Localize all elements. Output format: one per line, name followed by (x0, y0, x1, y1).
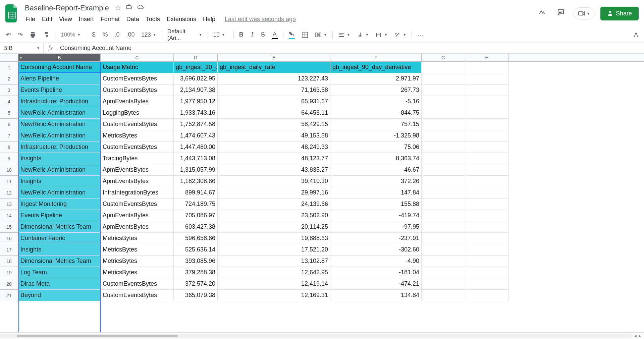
cell-13-F[interactable]: 155.88 (330, 199, 422, 210)
cell-9-D[interactable]: 1,443,713.08 (174, 153, 218, 164)
cell-18-C[interactable]: MetricsBytes (101, 256, 174, 267)
row-header-1[interactable]: 1 (0, 62, 18, 73)
row-header-17[interactable]: 17 (0, 244, 18, 256)
row-header-8[interactable]: 8 (0, 142, 18, 153)
row-header-19[interactable]: 19 (0, 267, 18, 278)
row-header-6[interactable]: 6 (0, 119, 18, 130)
increase-decimal-button[interactable]: .00→ (123, 29, 137, 40)
font-select[interactable]: Default (Ari...▼ (165, 27, 205, 43)
cell-9-E[interactable]: 48,123.77 (218, 153, 330, 164)
cell-19-H[interactable] (465, 267, 509, 278)
cell-12-F[interactable]: 147.84 (330, 187, 422, 199)
wrap-button[interactable]: ▼ (373, 30, 390, 40)
cell-1-G[interactable] (422, 62, 465, 73)
cell-3-H[interactable] (465, 84, 509, 96)
share-button[interactable]: Share (600, 7, 639, 20)
cell-18-E[interactable]: 13,102.87 (218, 256, 330, 267)
row-header-10[interactable]: 10 (0, 164, 18, 176)
cell-2-B[interactable]: Alerts Pipeline (18, 73, 101, 84)
cell-15-G[interactable] (422, 221, 465, 233)
menu-format[interactable]: Format (98, 14, 122, 24)
cell-3-E[interactable]: 71,163.58 (218, 84, 330, 96)
row-header-20[interactable]: 20 (0, 278, 18, 290)
cell-15-E[interactable]: 20,114.25 (218, 221, 330, 233)
print-button[interactable] (27, 30, 39, 40)
cell-8-C[interactable]: CustomEventsBytes (101, 142, 174, 153)
cell-3-B[interactable]: Events Pipeline (18, 84, 101, 96)
decrease-decimal-button[interactable]: .0← (112, 29, 122, 40)
cloud-status-icon[interactable] (137, 4, 144, 12)
percent-button[interactable]: % (100, 29, 110, 40)
cell-14-G[interactable] (422, 210, 465, 221)
cell-17-E[interactable]: 17,521.20 (218, 244, 330, 256)
row-headers[interactable]: 123456789101112131415161718192021 (0, 62, 18, 301)
cell-1-H[interactable] (465, 62, 509, 73)
cell-6-D[interactable]: 1,752,874.58 (174, 119, 218, 130)
cell-3-F[interactable]: 267.73 (330, 84, 422, 96)
cell-21-C[interactable]: CustomEventsBytes (101, 290, 174, 301)
cell-7-E[interactable]: 49,153.58 (218, 130, 330, 142)
cell-1-B[interactable]: Consuming Account Name (18, 62, 101, 73)
cell-19-C[interactable]: MetricsBytes (101, 267, 174, 278)
cell-14-D[interactable]: 705,086.97 (174, 210, 218, 221)
cell-21-D[interactable]: 365,079.38 (174, 290, 218, 301)
cell-14-B[interactable]: Events Pipeline (18, 210, 101, 221)
menu-data[interactable]: Data (124, 14, 142, 24)
cell-17-H[interactable] (465, 244, 509, 256)
h-align-button[interactable]: ▼ (335, 30, 353, 40)
row-header-21[interactable]: 21 (0, 290, 18, 301)
cell-6-H[interactable] (465, 119, 509, 130)
font-size-select[interactable]: 10▼ (211, 30, 231, 40)
column-headers[interactable]: BCDEFGH (18, 54, 644, 62)
italic-button[interactable]: I (248, 29, 257, 40)
last-edit-link[interactable]: Last edit was seconds ago (225, 16, 296, 23)
cell-7-G[interactable] (422, 130, 465, 142)
col-header-H[interactable]: H (465, 54, 509, 61)
cell-14-H[interactable] (465, 210, 509, 221)
col-header-E[interactable]: E (218, 54, 330, 61)
menu-tools[interactable]: Tools (143, 14, 163, 24)
row-header-5[interactable]: 5 (0, 107, 18, 119)
formula-input[interactable]: Consuming Account Name (57, 45, 131, 52)
cell-16-C[interactable]: MetricsBytes (101, 233, 174, 244)
cell-2-H[interactable] (465, 73, 509, 84)
cell-13-C[interactable]: CustomEventsBytes (101, 199, 174, 210)
cell-12-H[interactable] (465, 187, 509, 199)
menu-insert[interactable]: Insert (76, 14, 97, 24)
cell-21-G[interactable] (422, 290, 465, 301)
cell-13-E[interactable]: 24,139.66 (218, 199, 330, 210)
cell-11-G[interactable] (422, 176, 465, 187)
cell-8-H[interactable] (465, 142, 509, 153)
cell-7-H[interactable] (465, 130, 509, 142)
cell-20-H[interactable] (465, 278, 509, 290)
v-align-button[interactable]: ▼ (354, 30, 372, 40)
row-header-4[interactable]: 4 (0, 96, 18, 107)
star-icon[interactable]: ☆ (115, 4, 121, 12)
cell-15-D[interactable]: 603,427.38 (174, 221, 218, 233)
cell-2-C[interactable]: CustomEventsBytes (101, 73, 174, 84)
cell-20-B[interactable]: Dirac Meta (18, 278, 101, 290)
cell-5-G[interactable] (422, 107, 465, 119)
name-box[interactable]: B:B▼ (0, 43, 44, 53)
cell-12-D[interactable]: 899,914.67 (174, 187, 218, 199)
cell-20-E[interactable]: 12,419.14 (218, 278, 330, 290)
cell-12-E[interactable]: 29,997.16 (218, 187, 330, 199)
cell-1-D[interactable]: gb_ingest_30_da (174, 62, 218, 73)
col-header-C[interactable]: C (101, 54, 174, 61)
menu-file[interactable]: File (23, 14, 38, 24)
cell-12-C[interactable]: InfraIntegrationBytes (101, 187, 174, 199)
cell-8-D[interactable]: 1,447,480.00 (174, 142, 218, 153)
more-toolbar-button[interactable]: ⋯ (415, 29, 426, 41)
cell-3-D[interactable]: 2,134,907.38 (174, 84, 218, 96)
comments-icon[interactable] (554, 6, 568, 21)
cell-9-H[interactable] (465, 153, 509, 164)
row-header-2[interactable]: 2 (0, 73, 18, 84)
cell-18-B[interactable]: Dimensional Metrics Team (18, 256, 101, 267)
cell-11-D[interactable]: 1,182,308.86 (174, 176, 218, 187)
cell-21-F[interactable]: 134.84 (330, 290, 422, 301)
cell-19-G[interactable] (422, 267, 465, 278)
cell-7-C[interactable]: MetricsBytes (101, 130, 174, 142)
cell-7-F[interactable]: -1,325.98 (330, 130, 422, 142)
cell-8-B[interactable]: Infrastructure: Production (18, 142, 101, 153)
cell-16-B[interactable]: Container Fabric (18, 233, 101, 244)
